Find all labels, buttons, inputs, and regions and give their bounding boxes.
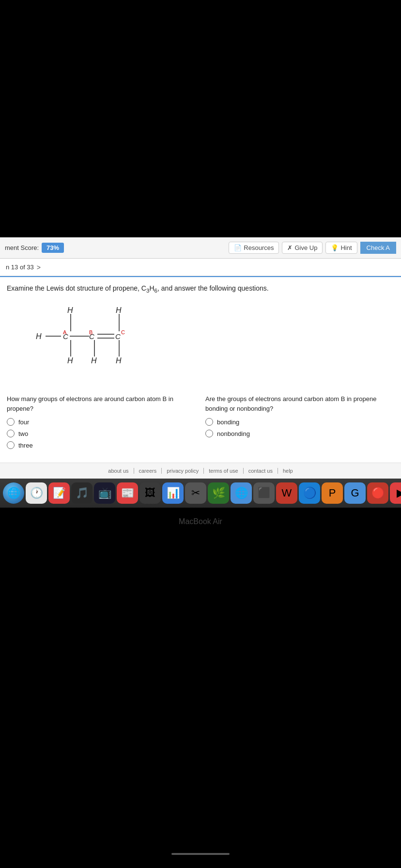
svg-text:C: C [121,329,125,335]
option-four-label: four [18,418,29,426]
macbook-label: MacBook Air [0,508,401,526]
footer-bar: about us careers privacy policy terms of… [0,463,401,479]
radio-bonding[interactable] [205,418,213,426]
question-navigation: n 13 of 33 > [0,259,401,276]
footer-about[interactable]: about us [103,468,134,474]
score-label: ment Score: [5,244,39,251]
option-nonbonding-label: nonbonding [217,430,250,437]
resources-label: Resources [244,244,274,251]
radio-two[interactable] [7,430,15,437]
svg-text:H: H [116,356,122,365]
footer-privacy[interactable]: privacy policy [162,468,204,474]
footer-careers[interactable]: careers [134,468,162,474]
dock-icon-more[interactable]: ⬛ [253,482,275,504]
dock-icon-chrome[interactable]: 🌐 [231,482,252,504]
dock-icon-notes[interactable]: 📝 [48,482,70,504]
give-up-icon: ✗ [287,244,293,251]
dock-icon-ppt[interactable]: P [322,482,343,504]
left-question-text: How many groups of electrons are around … [7,394,196,413]
dock-icon-word[interactable]: W [276,482,297,504]
check-answer-label: Check A [367,244,390,251]
footer-help[interactable]: help [278,468,298,474]
black-top-area [0,0,401,237]
dock-icon-red3[interactable]: ▶ [390,482,401,504]
footer-contact[interactable]: contact us [244,468,278,474]
main-content: Examine the Lewis dot structure of prope… [0,276,401,463]
radio-nonbonding[interactable] [205,430,213,437]
questions-section: How many groups of electrons are around … [7,394,394,453]
dock-icon-photos[interactable]: 🖼 [139,482,161,504]
dock-icon-clock[interactable]: 🕐 [26,482,47,504]
svg-text:H: H [67,306,73,314]
svg-text:C: C [115,332,121,341]
svg-text:A: A [63,329,67,335]
question-intro: Examine the Lewis dot structure of prope… [7,284,394,294]
option-two-label: two [18,430,28,437]
dock-icon-bt[interactable]: 🔵 [299,482,320,504]
header-bar: ment Score: 73% 📄 Resources ✗ Give Up 💡 … [0,237,401,259]
lewis-diagram: H H H C A C B [7,299,394,387]
dock-icon-slash[interactable]: ✂ [185,482,206,504]
radio-four[interactable] [7,418,15,426]
svg-text:H: H [67,356,73,365]
score-value: 73% [42,243,64,253]
home-bar [171,853,230,855]
question-info: n 13 of 33 [6,264,34,271]
macos-dock: 🌐 🕐 📝 🎵 📺 📰 🖼 📊 ✂ 🌿 🌐 ⬛ W 🔵 P G 🔴 ▶ ▷ 🖥 … [0,479,401,508]
resources-button[interactable]: 📄 Resources [229,242,279,254]
dock-icon-news[interactable]: 📰 [117,482,138,504]
home-indicator [0,847,401,861]
option-bonding[interactable]: bonding [205,418,394,426]
option-nonbonding[interactable]: nonbonding [205,430,394,437]
option-three-label: three [18,442,33,449]
radio-three[interactable] [7,441,15,449]
hint-label: Hint [340,244,352,251]
resources-icon: 📄 [234,244,242,251]
check-answer-button[interactable]: Check A [360,242,396,254]
dock-icon-green[interactable]: 🌿 [208,482,229,504]
right-question-text: Are the groups of electrons around carbo… [205,394,394,413]
dock-icon-office[interactable]: 📊 [162,482,184,504]
svg-text:H: H [116,306,122,314]
dock-icon-finder[interactable]: 🌐 [3,482,24,504]
option-three[interactable]: three [7,441,196,449]
svg-text:B: B [89,329,93,335]
dock-icon-g[interactable]: G [344,482,366,504]
footer-terms[interactable]: terms of use [204,468,244,474]
dock-icon-red2[interactable]: 🔴 [367,482,388,504]
give-up-label: Give Up [294,244,317,251]
hint-icon: 💡 [331,244,339,251]
dock-icon-music[interactable]: 🎵 [71,482,93,504]
left-question-col: How many groups of electrons are around … [7,394,196,453]
nav-next-arrow[interactable]: > [37,264,41,271]
option-bonding-label: bonding [217,418,239,426]
lewis-structure-svg: H H H C A C B [21,304,157,382]
option-two[interactable]: two [7,430,196,437]
svg-text:H: H [91,356,97,365]
svg-text:H: H [36,332,42,341]
dock-icon-tv[interactable]: 📺 [94,482,115,504]
option-four[interactable]: four [7,418,196,426]
give-up-button[interactable]: ✗ Give Up [282,242,323,254]
hint-button[interactable]: 💡 Hint [325,242,357,254]
right-question-col: Are the groups of electrons around carbo… [205,394,394,453]
black-bottom-area: MacBook Air [0,508,401,847]
